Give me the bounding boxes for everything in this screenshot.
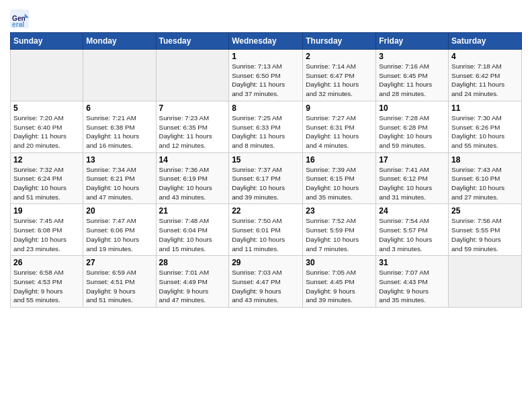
weekday-header-monday: Monday — [83, 33, 156, 50]
day-number: 6 — [86, 103, 152, 113]
day-number: 8 — [232, 103, 300, 113]
day-cell: 5Sunrise: 7:20 AM Sunset: 6:40 PM Daylig… — [11, 101, 83, 152]
day-cell: 21Sunrise: 7:48 AM Sunset: 6:04 PM Dayli… — [156, 204, 229, 256]
day-number: 27 — [86, 258, 152, 267]
day-cell: 12Sunrise: 7:32 AM Sunset: 6:24 PM Dayli… — [11, 152, 83, 204]
header: Gen eral — [10, 7, 522, 28]
svg-text:eral: eral — [12, 21, 24, 28]
day-info: Sunrise: 7:43 AM Sunset: 6:10 PM Dayligh… — [451, 165, 519, 202]
day-info: Sunrise: 7:56 AM Sunset: 5:55 PM Dayligh… — [451, 216, 519, 253]
day-info: Sunrise: 6:58 AM Sunset: 4:53 PM Dayligh… — [13, 268, 80, 305]
day-number: 9 — [306, 103, 373, 113]
day-number: 7 — [159, 103, 226, 113]
weekday-header-friday: Friday — [376, 33, 449, 50]
week-row-3: 12Sunrise: 7:32 AM Sunset: 6:24 PM Dayli… — [11, 152, 522, 204]
day-info: Sunrise: 7:18 AM Sunset: 6:42 PM Dayligh… — [451, 62, 519, 99]
day-cell: 3Sunrise: 7:16 AM Sunset: 6:45 PM Daylig… — [376, 50, 449, 101]
logo: Gen eral — [10, 9, 30, 28]
day-number: 30 — [306, 258, 373, 267]
day-info: Sunrise: 7:50 AM Sunset: 6:01 PM Dayligh… — [232, 216, 300, 253]
day-number: 12 — [13, 155, 80, 165]
day-number: 18 — [451, 155, 519, 165]
day-cell: 19Sunrise: 7:45 AM Sunset: 6:08 PM Dayli… — [11, 204, 83, 256]
weekday-header-saturday: Saturday — [449, 33, 522, 50]
day-cell: 2Sunrise: 7:14 AM Sunset: 6:47 PM Daylig… — [303, 50, 376, 101]
day-info: Sunrise: 7:03 AM Sunset: 4:47 PM Dayligh… — [232, 268, 300, 305]
logo-icon: Gen eral — [10, 9, 29, 28]
day-info: Sunrise: 7:32 AM Sunset: 6:24 PM Dayligh… — [13, 165, 80, 202]
day-cell: 14Sunrise: 7:36 AM Sunset: 6:19 PM Dayli… — [156, 152, 229, 204]
day-number: 20 — [86, 206, 152, 216]
weekday-header-row: SundayMondayTuesdayWednesdayThursdayFrid… — [11, 33, 522, 50]
weekday-header-sunday: Sunday — [11, 33, 83, 50]
day-info: Sunrise: 7:54 AM Sunset: 5:57 PM Dayligh… — [379, 216, 445, 253]
day-cell: 11Sunrise: 7:30 AM Sunset: 6:26 PM Dayli… — [449, 101, 522, 152]
weekday-header-tuesday: Tuesday — [156, 33, 229, 50]
day-cell: 20Sunrise: 7:47 AM Sunset: 6:06 PM Dayli… — [83, 204, 156, 256]
day-info: Sunrise: 7:01 AM Sunset: 4:49 PM Dayligh… — [159, 268, 226, 305]
day-number: 24 — [379, 206, 445, 216]
day-info: Sunrise: 7:28 AM Sunset: 6:28 PM Dayligh… — [379, 113, 445, 150]
day-cell: 29Sunrise: 7:03 AM Sunset: 4:47 PM Dayli… — [229, 256, 303, 308]
day-number: 16 — [306, 155, 373, 165]
day-info: Sunrise: 7:23 AM Sunset: 6:35 PM Dayligh… — [159, 113, 226, 150]
day-cell: 23Sunrise: 7:52 AM Sunset: 5:59 PM Dayli… — [303, 204, 376, 256]
day-cell: 6Sunrise: 7:21 AM Sunset: 6:38 PM Daylig… — [83, 101, 156, 152]
day-number: 5 — [13, 103, 80, 113]
day-info: Sunrise: 6:59 AM Sunset: 4:51 PM Dayligh… — [86, 268, 152, 305]
day-number: 10 — [379, 103, 445, 113]
day-info: Sunrise: 7:20 AM Sunset: 6:40 PM Dayligh… — [13, 113, 80, 150]
page: Gen eral SundayMondayTuesdayWednesdayThu… — [0, 0, 532, 411]
day-info: Sunrise: 7:16 AM Sunset: 6:45 PM Dayligh… — [379, 62, 445, 99]
day-cell: 17Sunrise: 7:41 AM Sunset: 6:12 PM Dayli… — [376, 152, 449, 204]
day-info: Sunrise: 7:39 AM Sunset: 6:15 PM Dayligh… — [306, 165, 373, 202]
week-row-4: 19Sunrise: 7:45 AM Sunset: 6:08 PM Dayli… — [11, 204, 522, 256]
day-cell: 9Sunrise: 7:27 AM Sunset: 6:31 PM Daylig… — [303, 101, 376, 152]
day-number: 22 — [232, 206, 300, 216]
day-cell: 10Sunrise: 7:28 AM Sunset: 6:28 PM Dayli… — [376, 101, 449, 152]
day-info: Sunrise: 7:37 AM Sunset: 6:17 PM Dayligh… — [232, 165, 300, 202]
day-info: Sunrise: 7:41 AM Sunset: 6:12 PM Dayligh… — [379, 165, 445, 202]
day-cell: 22Sunrise: 7:50 AM Sunset: 6:01 PM Dayli… — [229, 204, 303, 256]
week-row-1: 1Sunrise: 7:13 AM Sunset: 6:50 PM Daylig… — [11, 50, 522, 101]
day-cell: 26Sunrise: 6:58 AM Sunset: 4:53 PM Dayli… — [11, 256, 83, 308]
day-number: 21 — [159, 206, 226, 216]
day-info: Sunrise: 7:25 AM Sunset: 6:33 PM Dayligh… — [232, 113, 300, 150]
weekday-header-thursday: Thursday — [303, 33, 376, 50]
day-number: 2 — [306, 52, 373, 61]
day-number: 26 — [13, 258, 80, 267]
day-cell — [449, 256, 522, 308]
day-cell: 25Sunrise: 7:56 AM Sunset: 5:55 PM Dayli… — [449, 204, 522, 256]
day-number: 17 — [379, 155, 445, 165]
day-cell — [156, 50, 229, 101]
day-info: Sunrise: 7:47 AM Sunset: 6:06 PM Dayligh… — [86, 216, 152, 253]
day-number: 3 — [379, 52, 445, 61]
day-info: Sunrise: 7:27 AM Sunset: 6:31 PM Dayligh… — [306, 113, 373, 150]
day-info: Sunrise: 7:07 AM Sunset: 4:43 PM Dayligh… — [379, 268, 445, 305]
day-number: 1 — [232, 52, 300, 61]
day-number: 11 — [451, 103, 519, 113]
day-number: 31 — [379, 258, 445, 267]
day-cell: 16Sunrise: 7:39 AM Sunset: 6:15 PM Dayli… — [303, 152, 376, 204]
day-cell: 30Sunrise: 7:05 AM Sunset: 4:45 PM Dayli… — [303, 256, 376, 308]
day-number: 14 — [159, 155, 226, 165]
week-row-5: 26Sunrise: 6:58 AM Sunset: 4:53 PM Dayli… — [11, 256, 522, 308]
day-number: 28 — [159, 258, 226, 267]
day-info: Sunrise: 7:52 AM Sunset: 5:59 PM Dayligh… — [306, 216, 373, 253]
day-info: Sunrise: 7:14 AM Sunset: 6:47 PM Dayligh… — [306, 62, 373, 99]
day-number: 19 — [13, 206, 80, 216]
day-info: Sunrise: 7:05 AM Sunset: 4:45 PM Dayligh… — [306, 268, 373, 305]
day-cell: 28Sunrise: 7:01 AM Sunset: 4:49 PM Dayli… — [156, 256, 229, 308]
day-cell: 31Sunrise: 7:07 AM Sunset: 4:43 PM Dayli… — [376, 256, 449, 308]
day-cell: 18Sunrise: 7:43 AM Sunset: 6:10 PM Dayli… — [449, 152, 522, 204]
day-info: Sunrise: 7:34 AM Sunset: 6:21 PM Dayligh… — [86, 165, 152, 202]
day-info: Sunrise: 7:48 AM Sunset: 6:04 PM Dayligh… — [159, 216, 226, 253]
day-info: Sunrise: 7:36 AM Sunset: 6:19 PM Dayligh… — [159, 165, 226, 202]
day-info: Sunrise: 7:45 AM Sunset: 6:08 PM Dayligh… — [13, 216, 80, 253]
day-number: 4 — [451, 52, 519, 61]
day-cell: 24Sunrise: 7:54 AM Sunset: 5:57 PM Dayli… — [376, 204, 449, 256]
day-cell: 1Sunrise: 7:13 AM Sunset: 6:50 PM Daylig… — [229, 50, 303, 101]
day-cell: 13Sunrise: 7:34 AM Sunset: 6:21 PM Dayli… — [83, 152, 156, 204]
calendar-table: SundayMondayTuesdayWednesdayThursdayFrid… — [10, 32, 522, 308]
day-number: 25 — [451, 206, 519, 216]
